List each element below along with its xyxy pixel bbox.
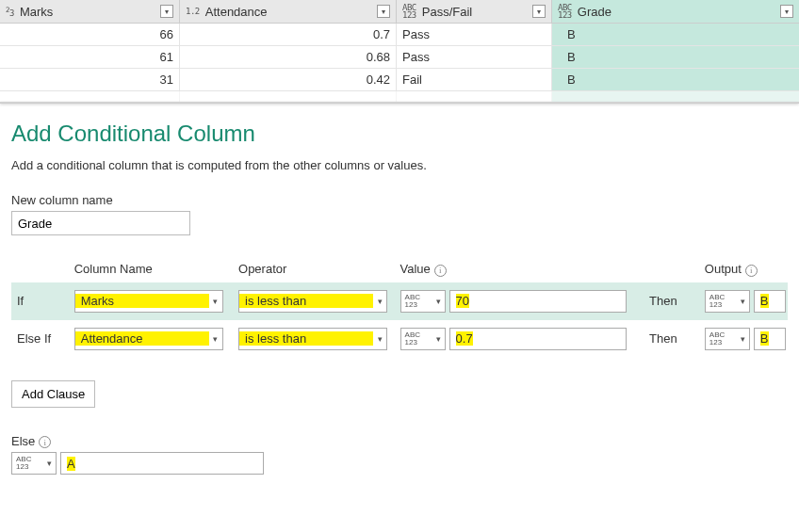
hdr-value: Valuei [400, 262, 650, 277]
col-name: Marks [20, 5, 160, 19]
cell-attendance [179, 91, 396, 102]
col-header-passfail[interactable]: ABC123 Pass/Fail ▾ [396, 0, 551, 23]
chevron-down-icon: ▾ [741, 297, 745, 306]
chevron-down-icon: ▾ [47, 459, 52, 468]
cell-passfail [396, 91, 551, 102]
type-icon-any: ABC123 [405, 331, 420, 347]
data-grid-body: 66 0.7 Pass B 61 0.68 Pass B 31 0.42 Fai… [0, 24, 799, 103]
cell-grade: B [551, 46, 799, 68]
chevron-down-icon: ▾ [209, 297, 222, 306]
rule-row-if: If Marks ▾ is less than ▾ ABC123 ▾ 70 Th… [11, 282, 788, 320]
new-column-label: New column name [11, 193, 788, 207]
operator-select[interactable]: is less than ▾ [238, 290, 387, 313]
cell-marks [0, 91, 179, 102]
info-icon[interactable]: i [745, 265, 758, 277]
info-icon[interactable]: i [434, 265, 447, 277]
hdr-output: Outputi [705, 262, 788, 277]
col-filter-dropdown[interactable]: ▾ [780, 5, 793, 18]
cell-attendance: 0.68 [179, 46, 396, 68]
else-section: Elsei ABC123 ▾ A [11, 434, 788, 476]
col-name: Grade [578, 5, 780, 19]
type-icon-any: ABC123 [402, 4, 416, 19]
value-type-select[interactable]: ABC123 ▾ [400, 328, 446, 350]
type-icon-int: 23 [6, 6, 14, 18]
chevron-down-icon: ▾ [209, 334, 222, 344]
cell-passfail: Pass [396, 46, 551, 68]
add-clause-button[interactable]: Add Clause [11, 380, 95, 408]
value-type-select[interactable]: ABC123 ▾ [400, 290, 446, 313]
column-select[interactable]: Marks ▾ [74, 290, 223, 313]
else-type-select[interactable]: ABC123 ▾ [11, 452, 57, 475]
col-header-grade[interactable]: ABC123 Grade ▾ [551, 0, 799, 23]
then-label: Then [649, 294, 705, 308]
operator-value: is less than [239, 331, 373, 346]
output-type-select[interactable]: ABC123 ▾ [705, 290, 750, 313]
cell-passfail: Fail [396, 69, 551, 90]
column-value: Marks [75, 294, 209, 308]
then-label: Then [649, 331, 705, 346]
conditional-column-dialog: Add Conditional Column Add a conditional… [0, 104, 799, 486]
cell-attendance: 0.42 [179, 69, 396, 90]
dialog-title: Add Conditional Column [11, 121, 788, 147]
hdr-operator: Operator [238, 262, 400, 277]
cell-marks: 66 [0, 24, 179, 45]
cell-grade [551, 91, 799, 102]
table-row[interactable]: 31 0.42 Fail B [0, 69, 799, 91]
type-icon-decimal: 1.2 [186, 8, 200, 16]
col-name: Pass/Fail [422, 5, 532, 19]
table-row[interactable]: 61 0.68 Pass B [0, 46, 799, 69]
output-input[interactable]: B [754, 290, 786, 313]
operator-value: is less than [239, 294, 373, 308]
output-input[interactable]: B [754, 328, 786, 350]
col-name: Attendance [205, 5, 377, 19]
type-icon-any: ABC123 [16, 456, 31, 471]
type-icon-any: ABC123 [709, 331, 725, 347]
dialog-subtitle: Add a conditional column that is compute… [11, 158, 788, 172]
rule-label: Else If [11, 331, 74, 346]
cell-attendance: 0.7 [179, 24, 396, 45]
data-grid-header: 23 Marks ▾ 1.2 Attendance ▾ ABC123 Pass/… [0, 0, 799, 24]
operator-select[interactable]: is less than ▾ [238, 328, 387, 350]
column-value: Attendance [75, 331, 209, 346]
col-filter-dropdown[interactable]: ▾ [377, 5, 390, 18]
value-input[interactable]: 70 [449, 290, 627, 313]
rules-header: Column Name Operator Valuei Outputi [11, 262, 788, 277]
output-type-select[interactable]: ABC123 ▾ [705, 328, 750, 350]
else-input[interactable]: A [60, 452, 264, 475]
col-header-attendance[interactable]: 1.2 Attendance ▾ [179, 0, 396, 23]
chevron-down-icon: ▾ [373, 297, 386, 306]
col-filter-dropdown[interactable]: ▾ [160, 5, 173, 18]
cell-grade: B [551, 24, 799, 45]
cell-passfail: Pass [396, 24, 551, 45]
col-filter-dropdown[interactable]: ▾ [532, 5, 546, 18]
type-icon-any: ABC123 [558, 4, 572, 19]
table-row[interactable] [0, 91, 799, 103]
type-icon-any: ABC123 [709, 294, 725, 309]
cell-marks: 31 [0, 69, 179, 90]
rule-row-elseif: Else If Attendance ▾ is less than ▾ ABC1… [11, 320, 788, 358]
cell-marks: 61 [0, 46, 179, 68]
chevron-down-icon: ▾ [436, 297, 441, 306]
type-icon-any: ABC123 [405, 294, 420, 309]
hdr-column-name: Column Name [74, 262, 238, 277]
chevron-down-icon: ▾ [373, 334, 386, 344]
new-column-input[interactable] [11, 211, 190, 235]
value-input[interactable]: 0.7 [449, 328, 627, 350]
cell-grade: B [551, 69, 799, 90]
rule-label: If [11, 294, 74, 308]
else-label: Elsei [11, 434, 788, 449]
table-row[interactable]: 66 0.7 Pass B [0, 24, 799, 46]
chevron-down-icon: ▾ [741, 334, 745, 344]
info-icon[interactable]: i [39, 436, 51, 448]
chevron-down-icon: ▾ [436, 334, 441, 344]
column-select[interactable]: Attendance ▾ [74, 328, 223, 350]
col-header-marks[interactable]: 23 Marks ▾ [0, 0, 179, 23]
